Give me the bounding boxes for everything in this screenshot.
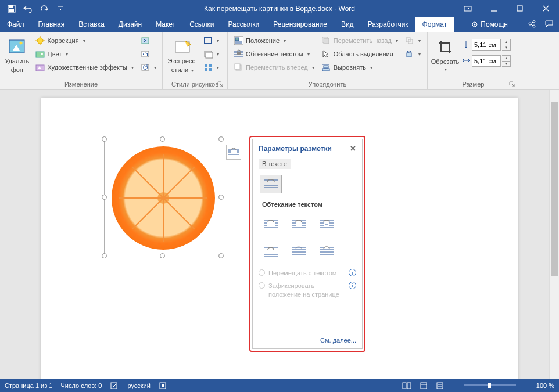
- height-spinner[interactable]: ▲▼: [502, 39, 511, 51]
- tab-layout[interactable]: Макет: [149, 17, 182, 32]
- zoom-out-button[interactable]: −: [452, 382, 456, 389]
- corrections-button[interactable]: Коррекция▾: [33, 34, 136, 47]
- page[interactable]: Параметры разметки ✕ В тексте Обтекание …: [41, 98, 518, 379]
- see-more-link[interactable]: См. далее...: [259, 333, 356, 344]
- width-input[interactable]: ▲▼: [461, 55, 511, 67]
- tab-insert[interactable]: Вставка: [71, 17, 112, 32]
- info-icon[interactable]: i: [349, 269, 356, 276]
- width-spinner[interactable]: ▲▼: [502, 55, 511, 67]
- wrap-square-option[interactable]: [260, 215, 282, 234]
- remove-background-button[interactable]: Удалитьфон: [3, 34, 31, 76]
- close-button[interactable]: [533, 0, 559, 17]
- zoom-value[interactable]: 100 %: [536, 382, 554, 389]
- svg-rect-34: [205, 68, 207, 71]
- backward-icon: [321, 36, 331, 45]
- width-icon: [461, 56, 471, 67]
- read-mode-button[interactable]: [402, 382, 411, 390]
- macro-button[interactable]: [159, 382, 167, 390]
- bring-forward-button[interactable]: Переместить вперед▾: [231, 61, 317, 74]
- picture-border-button[interactable]: ▾: [201, 34, 221, 47]
- wrap-through-option[interactable]: [316, 215, 338, 234]
- selection-pane-button[interactable]: Область выделения: [319, 48, 400, 60]
- spellcheck-button[interactable]: [110, 382, 119, 390]
- layout-options-button[interactable]: [226, 145, 241, 160]
- wrap-front-option[interactable]: [316, 242, 338, 261]
- resize-handle[interactable]: [218, 195, 224, 200]
- picture-layout-button[interactable]: ▾: [201, 61, 221, 74]
- tab-mailings[interactable]: Рассылки: [221, 17, 266, 32]
- wrap-text-button[interactable]: Обтекание текстом▾: [231, 48, 317, 60]
- resize-handle[interactable]: [218, 136, 224, 142]
- quick-styles-button[interactable]: Экспресс-стили ▾: [166, 34, 199, 76]
- dialog-launcher-icon[interactable]: [217, 81, 224, 88]
- svg-rect-1: [9, 5, 13, 8]
- svg-point-23: [41, 53, 43, 55]
- svg-rect-5: [517, 6, 522, 11]
- vertical-scrollbar[interactable]: [549, 90, 559, 379]
- tab-file[interactable]: Файл: [0, 17, 31, 32]
- svg-rect-105: [437, 383, 443, 389]
- info-icon[interactable]: i: [349, 282, 356, 289]
- tell-me[interactable]: Помощн: [464, 17, 515, 32]
- crop-icon: [436, 38, 454, 56]
- svg-rect-22: [36, 52, 44, 57]
- undo-button[interactable]: [21, 2, 35, 15]
- rotate-icon: [405, 49, 414, 59]
- svg-rect-50: [324, 38, 329, 44]
- picture-effects-button[interactable]: ▾: [201, 48, 221, 60]
- save-button[interactable]: [5, 2, 19, 15]
- compress-button[interactable]: [138, 34, 159, 47]
- resize-handle[interactable]: [160, 136, 165, 142]
- reset-icon: [141, 63, 150, 72]
- resize-handle[interactable]: [160, 253, 165, 258]
- qat-customize[interactable]: [53, 2, 67, 15]
- border-icon: [203, 36, 213, 45]
- svg-rect-52: [324, 66, 328, 68]
- redo-button[interactable]: [37, 2, 51, 15]
- maximize-button[interactable]: [507, 0, 533, 17]
- group-button[interactable]: ▾: [403, 34, 423, 47]
- print-layout-button[interactable]: [420, 382, 428, 390]
- dialog-launcher-icon[interactable]: [508, 81, 515, 88]
- artistic-effects-button[interactable]: Художественные эффекты▾: [33, 61, 136, 74]
- wrap-topbottom-option[interactable]: [260, 242, 282, 261]
- wrap-inline-option[interactable]: [260, 175, 282, 193]
- comments-icon[interactable]: [545, 20, 553, 30]
- tab-view[interactable]: Вид: [334, 17, 361, 32]
- resize-handle[interactable]: [102, 253, 107, 258]
- selected-image[interactable]: [104, 139, 221, 256]
- resize-handle[interactable]: [102, 195, 107, 200]
- wrap-tight-option[interactable]: [288, 215, 310, 234]
- minimize-button[interactable]: [481, 0, 507, 17]
- height-input[interactable]: ▲▼: [461, 39, 511, 51]
- tab-developer[interactable]: Разработчик: [361, 17, 415, 32]
- close-icon[interactable]: ✕: [350, 144, 356, 153]
- tab-home[interactable]: Главная: [31, 17, 72, 32]
- wrap-behind-option[interactable]: [288, 242, 310, 261]
- reset-picture-button[interactable]: ▾: [138, 61, 159, 74]
- fix-position-radio: Зафиксировать положение на страницеi: [259, 282, 356, 299]
- language-status[interactable]: русский: [127, 382, 150, 389]
- tab-review[interactable]: Рецензирование: [266, 17, 334, 32]
- resize-handle[interactable]: [102, 136, 107, 142]
- zoom-slider[interactable]: [464, 384, 516, 386]
- position-button[interactable]: Положение▾: [231, 34, 317, 47]
- tab-references[interactable]: Ссылки: [182, 17, 221, 32]
- send-backward-button[interactable]: Переместить назад▾: [319, 34, 400, 47]
- color-button[interactable]: Цвет▾: [33, 48, 136, 60]
- zoom-in-button[interactable]: +: [524, 382, 528, 389]
- page-status[interactable]: Страница 1 из 1: [5, 382, 52, 389]
- compress-icon: [141, 36, 150, 45]
- tab-format[interactable]: Формат: [415, 17, 454, 32]
- tab-design[interactable]: Дизайн: [112, 17, 149, 32]
- svg-point-17: [37, 38, 43, 44]
- crop-button[interactable]: Обрезать▾: [431, 34, 459, 76]
- word-count[interactable]: Число слов: 0: [60, 382, 102, 389]
- share-icon[interactable]: [528, 20, 536, 30]
- rotate-button[interactable]: ▾: [403, 48, 423, 60]
- align-button[interactable]: Выровнять▾: [319, 61, 400, 74]
- resize-handle[interactable]: [218, 253, 224, 258]
- change-picture-button[interactable]: [138, 48, 159, 60]
- web-layout-button[interactable]: [436, 382, 444, 390]
- ribbon-display-button[interactable]: [454, 0, 481, 17]
